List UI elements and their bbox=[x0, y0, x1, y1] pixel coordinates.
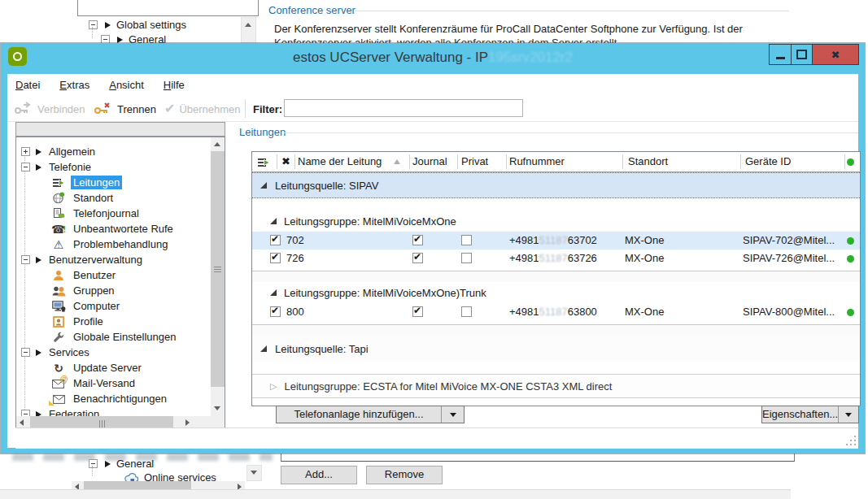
add-button[interactable]: Add... bbox=[281, 466, 357, 484]
menu-item-ansicht[interactable]: Ansicht bbox=[109, 79, 144, 91]
column-header-standort[interactable]: Standort bbox=[628, 152, 668, 171]
apply-button[interactable]: ✔ Übernehmen bbox=[164, 99, 241, 119]
menu-item-datei[interactable]: Datei bbox=[15, 79, 40, 91]
dropdown-arrow-icon[interactable] bbox=[442, 406, 464, 423]
group-row-leitungsgruppe-mitelmivoicemxone[interactable]: Leitungsgruppe: MitelMiVoiceMxOne bbox=[252, 210, 860, 232]
sidebar-item-label: Services bbox=[46, 345, 92, 359]
sidebar-item-label: Allgemein bbox=[46, 145, 98, 158]
collapse-arrow-icon[interactable] bbox=[260, 182, 267, 189]
sidebar-item-leitungen[interactable]: Leitungen bbox=[16, 175, 211, 190]
table-separator bbox=[252, 267, 860, 282]
column-header-rufnummer[interactable]: Rufnummer bbox=[509, 152, 565, 171]
scroll-down-icon[interactable] bbox=[251, 471, 257, 475]
group-row-leitungsgruppe-mitelmivoicemxone-trunk[interactable]: Leitungsgruppe: MitelMiVoiceMxOne)Trunk bbox=[252, 282, 860, 303]
remove-button[interactable]: Remove bbox=[366, 466, 443, 484]
column-header-name[interactable]: Name der Leitung bbox=[298, 152, 382, 171]
checkbox-line-enabled[interactable] bbox=[270, 235, 281, 245]
checkbox-journal[interactable] bbox=[412, 306, 423, 317]
checkbox-line-enabled[interactable] bbox=[270, 306, 281, 317]
key-x-icon bbox=[94, 102, 113, 117]
resize-grip[interactable] bbox=[844, 434, 856, 445]
scroll-left-icon[interactable] bbox=[20, 419, 24, 426]
filter-input[interactable] bbox=[284, 99, 523, 117]
sidebar-item-gruppen[interactable]: Gruppen bbox=[16, 283, 211, 298]
sidebar-item-telefonjournal[interactable]: Telefonjournal bbox=[16, 206, 211, 221]
toolbar: Verbinden Trennen ✔ Übernehmen Filter: bbox=[7, 96, 858, 122]
collapse-arrow-icon[interactable] bbox=[270, 218, 277, 224]
sidebar-item-label: Update Server bbox=[71, 361, 144, 375]
check-icon: ✔ bbox=[164, 102, 175, 115]
navigation-tree-panel: AllgemeinTelefonieLeitungenStandortTelef… bbox=[15, 137, 225, 431]
sidebar-item-services[interactable]: Services bbox=[16, 345, 211, 360]
collapse-arrow-icon[interactable] bbox=[270, 289, 277, 296]
checkbox-journal[interactable] bbox=[412, 253, 423, 263]
disconnect-button[interactable]: Trennen bbox=[94, 99, 156, 119]
tree-node-global-settings[interactable]: Global settings bbox=[89, 18, 186, 32]
checkbox-privat[interactable] bbox=[461, 306, 472, 317]
sidebar-item-benutzer[interactable]: Benutzer bbox=[16, 267, 211, 283]
scroll-up-icon[interactable] bbox=[214, 142, 220, 146]
collapse-box-icon[interactable] bbox=[21, 147, 30, 156]
menu-item-extras[interactable]: Extras bbox=[59, 79, 89, 91]
sidebar-item-mail-versand[interactable]: @Mail-Versand bbox=[16, 375, 211, 391]
tree-header[interactable] bbox=[15, 122, 225, 137]
add-pbx-button[interactable]: Telefonanlage hinzufügen... bbox=[276, 406, 465, 423]
source-row-leitungsquelle-sipav[interactable]: Leitungsquelle: SIPAV bbox=[252, 172, 860, 198]
background-text-field[interactable] bbox=[77, 0, 259, 16]
sidebar-item-telefonie[interactable]: Telefonie bbox=[16, 159, 211, 175]
collapse-box-icon[interactable] bbox=[21, 348, 30, 357]
checkbox-privat[interactable] bbox=[461, 235, 472, 245]
scroll-right-icon[interactable] bbox=[185, 419, 190, 426]
connect-button[interactable]: Verbinden bbox=[14, 99, 85, 119]
clear-filter-icon[interactable]: ✖ bbox=[281, 152, 290, 171]
checkbox-privat[interactable] bbox=[461, 253, 472, 263]
sidebar-item-standort[interactable]: Standort bbox=[16, 190, 211, 206]
table-separator bbox=[252, 321, 860, 336]
group-row-leitungsgruppe-ecsta-for-mitel-mivoice-mx-one-csta3-xml-direct[interactable]: ▷Leitungsgruppe: ECSTA for Mitel MiVoice… bbox=[252, 374, 860, 398]
menu-item-hilfe[interactable]: Hilfe bbox=[164, 79, 185, 91]
line-phone-number: +49815118763800 bbox=[509, 306, 597, 318]
source-row-label: Leitungsquelle: SIPAV bbox=[275, 180, 378, 192]
sidebar-item-benachrichtigungen[interactable]: Benachrichtigungen bbox=[16, 391, 211, 406]
sidebar-item-label: Profile bbox=[71, 315, 106, 328]
line-name: 702 bbox=[286, 234, 304, 246]
add-pbx-label: Telefonanlage hinzufügen... bbox=[277, 406, 441, 423]
sidebar-item-update-server[interactable]: ↻Update Server bbox=[16, 360, 211, 375]
line-row-800[interactable]: 800+49815118763800MX-OneSIPAV-800@Mitel.… bbox=[252, 303, 860, 321]
minimize-button[interactable] bbox=[769, 44, 792, 65]
sidebar-item-problembehandlung[interactable]: ⚠Problembehandlung bbox=[16, 236, 211, 252]
sidebar-item-label: Problembehandlung bbox=[71, 237, 170, 251]
checkbox-line-enabled[interactable] bbox=[270, 253, 281, 263]
menu-bar: DateiExtrasAnsichtHilfe bbox=[7, 74, 858, 96]
scroll-down-icon[interactable] bbox=[214, 406, 220, 410]
column-header-journal[interactable]: Journal bbox=[412, 152, 447, 171]
collapse-box-icon[interactable] bbox=[89, 459, 98, 468]
scrollbar-thumb[interactable] bbox=[211, 151, 225, 387]
background-scrollbar-down[interactable] bbox=[246, 465, 262, 481]
line-row-702[interactable]: 702+49815118763702MX-OneSIPAV-702@Mitel.… bbox=[252, 232, 860, 250]
collapse-box-icon[interactable] bbox=[89, 20, 98, 29]
maximize-button[interactable] bbox=[791, 44, 813, 65]
sidebar-item-benutzerverwaltung[interactable]: Benutzerverwaltung bbox=[16, 252, 211, 267]
column-header-geraete-id[interactable]: Geräte ID bbox=[745, 152, 791, 171]
collapse-box-icon[interactable] bbox=[21, 255, 30, 264]
close-button[interactable]: ✖ bbox=[812, 44, 859, 65]
sidebar-item-computer[interactable]: Computer bbox=[16, 298, 211, 314]
sidebar-item-unbeantwortete-rufe[interactable]: ☎!Unbeantwortete Rufe bbox=[16, 221, 211, 236]
sidebar-item-allgemein[interactable]: Allgemein bbox=[16, 144, 211, 159]
column-header-privat[interactable]: Privat bbox=[461, 152, 488, 171]
properties-button[interactable]: Eigenschaften... bbox=[761, 406, 859, 423]
sidebar-item-profile[interactable]: Profile bbox=[16, 314, 211, 329]
expand-arrow-icon[interactable]: ▷ bbox=[270, 382, 277, 391]
collapse-arrow-icon[interactable] bbox=[260, 345, 267, 352]
checkbox-journal[interactable] bbox=[412, 235, 423, 245]
background-scrollbar[interactable] bbox=[241, 17, 256, 45]
source-row-leitungsquelle-tapi[interactable]: Leitungsquelle: Tapi bbox=[252, 336, 860, 362]
line-row-726[interactable]: 726+49815118763726MX-OneSIPAV-726@Mitel.… bbox=[252, 250, 860, 267]
dropdown-arrow-icon[interactable] bbox=[839, 406, 858, 423]
collapse-box-icon[interactable] bbox=[21, 163, 30, 171]
scroll-up-icon[interactable] bbox=[245, 23, 251, 27]
tree-node-general-bottom[interactable]: General bbox=[89, 457, 154, 471]
tree-vertical-scrollbar[interactable] bbox=[211, 137, 225, 416]
sidebar-item-globale-einstellungen[interactable]: Globale Einstellungen bbox=[16, 329, 211, 345]
